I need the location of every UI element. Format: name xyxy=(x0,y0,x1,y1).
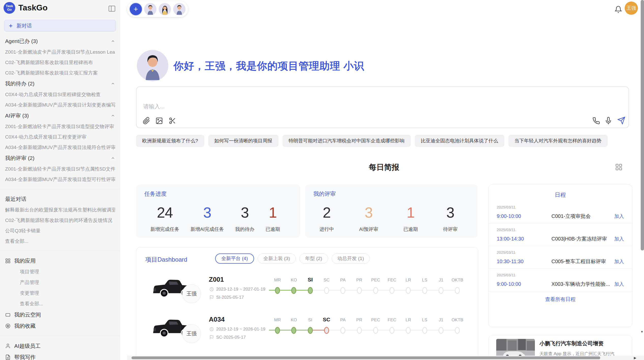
project-row: 王强A0342023-12-19 ~ 2026-01-19SC-2025-05-… xyxy=(136,313,478,353)
milestone-timeline: MRKOSISCPAPRPECFECLRLSJ1OKTB xyxy=(269,313,472,341)
my-apps-subitem[interactable]: 变更管理 xyxy=(5,288,115,298)
milestone-timeline: MRKOSISCPAPRPECFECLRLSJ1OKTB xyxy=(269,274,472,302)
milestone-node xyxy=(373,287,378,294)
join-link[interactable]: 加入 xyxy=(614,213,624,220)
stat-label: 新增完成任务 xyxy=(150,226,179,233)
sidebar-section-header[interactable]: 我的待办 (2) xyxy=(5,78,115,89)
microphone-icon[interactable] xyxy=(605,117,612,125)
project-row: 王强Z0012023-12-19 ~ 2027-01-19SI-2025-05-… xyxy=(136,274,478,313)
sidebar-item[interactable]: Z001-全新燃油轻卡产品开发项目SI造型提交物评审 xyxy=(5,121,115,132)
stat-metric: 24新增完成任务 xyxy=(150,204,179,233)
section-label: Agent已办 (3) xyxy=(5,38,38,45)
date-range-text: 2023-12-19 ~ 2026-01-19 xyxy=(216,327,265,332)
join-link[interactable]: 加入 xyxy=(614,258,624,265)
sidebar-item[interactable]: C0X4-动力总成开发项目SI里程碑提交物检查 xyxy=(5,89,115,100)
stat-value: 3 xyxy=(443,204,458,221)
sidebar-item[interactable]: C02-飞腾新能源轻客改款项目里程碑画布 xyxy=(5,57,115,68)
attachment-icon[interactable] xyxy=(143,117,150,125)
project-date-range: 2023-12-19 ~ 2027-01-19 xyxy=(209,287,265,292)
milestone-node xyxy=(324,327,329,334)
dashboard-tabs: 全新平台 (4)全新上装 (3)年型 (2)动总开发 (1) xyxy=(215,253,370,264)
milestone-node xyxy=(340,327,345,334)
suggestion-chip[interactable]: 比亚迪全固态电池计划具体说了什么 xyxy=(415,135,504,147)
dashboard-tab[interactable]: 动总开发 (1) xyxy=(332,253,370,264)
divider xyxy=(0,336,120,336)
sidebar-section-header[interactable]: 我的评审 (2) xyxy=(5,153,115,164)
recent-conversation-item[interactable]: C02-飞腾新能源轻客改款项目的闭环通告反馈情况 xyxy=(5,215,115,226)
join-link[interactable]: 加入 xyxy=(614,281,624,288)
stat-label: 我的待办 xyxy=(235,226,254,233)
sidebar-item[interactable]: C02-飞腾新能源轻客改款项目立项汇报方案 xyxy=(5,68,115,78)
sidebar-item-favorites[interactable]: 我的收藏 xyxy=(5,320,115,332)
milestone-node xyxy=(324,287,329,294)
milestone-node xyxy=(357,287,362,294)
agent-avatar[interactable] xyxy=(144,3,156,15)
sidebar-item[interactable]: A034-全新新能源MUV产品开发项目法规符合性评审 xyxy=(5,142,115,153)
daily-briefing-title: 每日简报 xyxy=(136,162,632,173)
sidebar-item[interactable]: Z001-全新燃油轻卡产品开发项目SI节点属性5D文件评审 xyxy=(5,164,115,174)
project-milestone-flag: SC-2025-05-17 xyxy=(209,335,246,340)
schedule-row: 13:00-14:30C003|H0B-方案冻结评审加入 xyxy=(497,235,624,242)
dashboard-tab[interactable]: 全新平台 (4) xyxy=(215,253,254,264)
sidebar-item[interactable]: Z001-全新燃油皮卡产品开发项目SI节点Lesson Learn报告 xyxy=(5,47,115,57)
project-code: A034 xyxy=(209,316,225,323)
schedule-item: 2025/03/119:00-10:00C001-立项审批会加入 xyxy=(489,201,632,223)
milestone-node xyxy=(357,327,362,334)
suggestion-chip[interactable]: 欧洲新规最近颁布了什么? xyxy=(136,135,204,147)
suggestion-chip[interactable]: 特朗普可能对进口汽车增税会对中国车企造成哪些影响 xyxy=(283,135,411,147)
layout-grid-icon[interactable] xyxy=(615,163,623,171)
task-progress-card: 任务进度 24新增完成任务3新增AI完成任务3我的待办1已逾期 xyxy=(136,185,300,238)
horizontal-scrollbar-thumb[interactable] xyxy=(131,356,600,359)
agent-avatar[interactable] xyxy=(159,3,171,15)
stat-label: 已逾期 xyxy=(403,226,418,233)
new-chat-button[interactable]: ＋ 新对话 xyxy=(4,20,116,32)
recent-conversation-item[interactable]: 查看全部... xyxy=(5,236,115,246)
sidebar-section-recent[interactable]: 最近对话 xyxy=(5,193,115,205)
agent-avatar[interactable] xyxy=(173,3,185,15)
sidebar-item[interactable]: A034-全新新能源MUV产品开发项目造型可行性评审 xyxy=(5,174,115,185)
app-title: TaskGo xyxy=(18,3,48,12)
notification-bell-icon[interactable] xyxy=(614,6,622,13)
stat-label: 新增AI完成任务 xyxy=(191,226,224,233)
chat-input[interactable]: 请输入... xyxy=(136,86,629,128)
add-agent-button[interactable]: + xyxy=(130,3,142,15)
user-avatar[interactable]: 王强 xyxy=(625,2,638,15)
stat-metric: 3我的待办 xyxy=(235,204,254,233)
vertical-scrollbar-thumb[interactable] xyxy=(641,0,644,250)
flag-text: SC-2025-05-17 xyxy=(216,335,246,340)
schedule-time: 9:00-10:00 xyxy=(497,281,551,287)
dashboard-tab[interactable]: 全新上装 (3) xyxy=(258,253,296,264)
collapse-sidebar-icon[interactable] xyxy=(108,5,116,13)
sidebar-item[interactable]: C0X4-动力总成开发项目工程变更评审 xyxy=(5,132,115,142)
join-link[interactable]: 加入 xyxy=(614,236,624,242)
sidebar-section-header[interactable]: AI评审 (3) xyxy=(5,110,115,121)
milestone-node xyxy=(438,287,444,294)
my-apps-subitem[interactable]: 查看全部... xyxy=(5,298,115,309)
stat-value: 2 xyxy=(319,204,334,221)
sidebar-item-cloud-space[interactable]: 我的云空间 xyxy=(5,309,115,320)
my-apps-subitem[interactable]: 产品管理 xyxy=(5,277,115,288)
section-label: 我的评审 (2) xyxy=(5,155,35,162)
send-icon[interactable] xyxy=(617,116,625,124)
app-logo: Task Go xyxy=(4,2,15,14)
stat-label: AI预评审 xyxy=(359,226,378,233)
suggestion-chip[interactable]: 如何写一份清晰的项目周报 xyxy=(208,135,279,147)
view-all-schedule-link[interactable]: 查看所有日程 xyxy=(489,296,632,303)
recent-conversation-item[interactable]: 解释最新出台的欧盟报废车法规再生塑料比例被调至15%... xyxy=(5,205,115,215)
dashboard-tab[interactable]: 年型 (2) xyxy=(299,253,328,264)
image-icon[interactable] xyxy=(155,117,163,125)
scissors-icon[interactable] xyxy=(169,117,176,125)
ai-employee-label: AI超级员工 xyxy=(14,342,41,350)
scroll-right-arrow-icon[interactable]: ▶ xyxy=(634,356,636,360)
sidebar-item-help-write[interactable]: 帮我写作 xyxy=(5,352,115,360)
my-apps-subitem[interactable]: 项目管理 xyxy=(5,266,115,277)
scroll-down-arrow-icon[interactable]: ▼ xyxy=(640,330,643,334)
suggestion-chip[interactable]: 当下年轻人对汽车外观有怎样的喜好趋势 xyxy=(508,135,608,147)
stat-metric: 3新增AI完成任务 xyxy=(191,204,224,233)
sidebar-item[interactable]: A034-全新新能源MUV产品开发项目计划变更表编写 xyxy=(5,100,115,110)
phone-icon[interactable] xyxy=(592,117,600,125)
sidebar-section-header[interactable]: Agent已办 (3) xyxy=(5,36,115,47)
recent-conversation-item[interactable]: 公司Q3轻卡销量 xyxy=(5,226,115,236)
sidebar-item-ai-employee[interactable]: AI超级员工 xyxy=(5,340,115,352)
sidebar-item-my-apps[interactable]: 我的应用 xyxy=(5,255,115,266)
